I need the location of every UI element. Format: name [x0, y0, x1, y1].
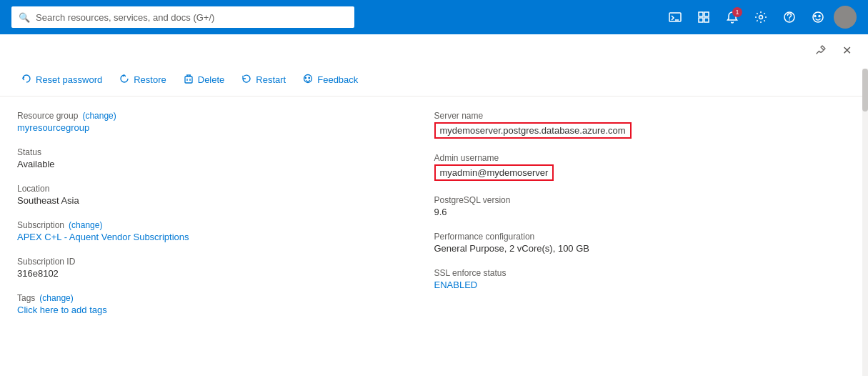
- reset-password-label: Reset password: [36, 74, 102, 85]
- resource-group-value[interactable]: myresourcegroup: [17, 122, 434, 133]
- server-name-value: mydemoserver.postgres.database.azure.com: [434, 122, 632, 139]
- restart-label: Restart: [256, 74, 286, 85]
- subscription-label: Subscription: [17, 220, 64, 230]
- scrollbar-thumb[interactable]: [862, 69, 868, 112]
- subscription-id-value: 316e8102: [17, 268, 434, 279]
- utility-bar: ✕: [0, 34, 868, 64]
- performance-section: Performance configuration General Purpos…: [434, 232, 852, 268]
- search-icon: 🔍: [19, 12, 30, 23]
- status-label: Status: [17, 147, 434, 157]
- server-name-label: Server name: [434, 111, 852, 121]
- pin-button[interactable]: [811, 40, 831, 60]
- subscription-id-section: Subscription ID 316e8102: [17, 257, 434, 293]
- top-bar-icons: 1: [662, 4, 857, 30]
- tags-section: Tags (change) Click here to add tags: [17, 293, 434, 330]
- directory-icon[interactable]: [691, 4, 717, 30]
- restart-icon: [241, 74, 251, 86]
- restart-button[interactable]: Restart: [234, 69, 293, 90]
- postgresql-version-value: 9.6: [434, 207, 852, 217]
- performance-value: General Purpose, 2 vCore(s), 100 GB: [434, 243, 852, 254]
- reset-password-icon: [21, 74, 31, 86]
- right-column: Server name mydemoserver.postgres.databa…: [434, 111, 852, 330]
- notification-badge: 1: [732, 7, 742, 17]
- resource-group-section: Resource group (change) myresourcegroup: [17, 111, 434, 147]
- tags-change-link[interactable]: (change): [39, 293, 73, 303]
- postgresql-version-label: PostgreSQL version: [434, 195, 852, 205]
- admin-username-value: myadmin@mydemoserver: [434, 164, 554, 181]
- admin-username-section: Admin username myadmin@mydemoserver: [434, 153, 852, 195]
- ssl-label: SSL enforce status: [434, 268, 852, 278]
- content-area: Resource group (change) myresourcegroup …: [0, 97, 868, 344]
- resource-group-label: Resource group: [17, 111, 78, 121]
- resource-group-change-link[interactable]: (change): [82, 111, 116, 121]
- notifications-icon[interactable]: 1: [719, 4, 745, 30]
- svg-rect-3: [704, 12, 709, 16]
- search-box[interactable]: 🔍 Search resources, services, and docs (…: [11, 6, 354, 28]
- status-section: Status Available: [17, 147, 434, 184]
- restore-icon: [119, 74, 129, 86]
- svg-point-8: [789, 19, 790, 21]
- ssl-value[interactable]: ENABLED: [434, 279, 852, 290]
- search-placeholder: Search resources, services, and docs (G+…: [36, 12, 214, 23]
- svg-point-6: [759, 16, 763, 19]
- performance-label: Performance configuration: [434, 232, 852, 242]
- svg-rect-4: [699, 18, 703, 22]
- tags-link[interactable]: Click here to add tags: [17, 305, 434, 315]
- feedback-button[interactable]: Feedback: [296, 69, 365, 90]
- svg-rect-10: [185, 76, 192, 83]
- scrollbar[interactable]: [862, 69, 868, 376]
- admin-username-label: Admin username: [434, 153, 852, 163]
- svg-rect-5: [704, 18, 709, 22]
- delete-button[interactable]: Delete: [176, 69, 232, 90]
- svg-rect-2: [699, 12, 703, 16]
- feedback-icon-toolbar: [303, 74, 313, 86]
- location-value: Southeast Asia: [17, 195, 434, 206]
- delete-label: Delete: [198, 74, 225, 85]
- restore-label: Restore: [134, 74, 166, 85]
- location-label: Location: [17, 184, 434, 194]
- subscription-section: Subscription (change) APEX C+L - Aquent …: [17, 220, 434, 257]
- ssl-section: SSL enforce status ENABLED: [434, 268, 852, 305]
- main-content: ✕ Reset password Restore Delete Restart: [0, 34, 868, 376]
- close-button[interactable]: ✕: [837, 40, 857, 60]
- status-value: Available: [17, 159, 434, 169]
- location-section: Location Southeast Asia: [17, 184, 434, 220]
- server-name-section: Server name mydemoserver.postgres.databa…: [434, 111, 852, 153]
- toolbar: Reset password Restore Delete Restart Fe…: [0, 64, 868, 97]
- top-nav-bar: 🔍 Search resources, services, and docs (…: [0, 0, 868, 34]
- left-column: Resource group (change) myresourcegroup …: [17, 111, 434, 330]
- subscription-id-label: Subscription ID: [17, 257, 434, 267]
- delete-icon: [184, 74, 194, 86]
- feedback-icon[interactable]: [805, 4, 831, 30]
- subscription-change-link[interactable]: (change): [69, 220, 102, 230]
- reset-password-button[interactable]: Reset password: [14, 69, 109, 90]
- feedback-label: Feedback: [317, 74, 358, 85]
- help-icon[interactable]: [777, 4, 802, 30]
- tags-label: Tags: [17, 293, 35, 303]
- settings-icon[interactable]: [748, 4, 774, 30]
- restore-button[interactable]: Restore: [112, 69, 174, 90]
- postgresql-version-section: PostgreSQL version 9.6: [434, 195, 852, 232]
- avatar[interactable]: [834, 6, 857, 29]
- subscription-value[interactable]: APEX C+L - Aquent Vendor Subscriptions: [17, 232, 434, 242]
- cloud-shell-icon[interactable]: [662, 4, 688, 30]
